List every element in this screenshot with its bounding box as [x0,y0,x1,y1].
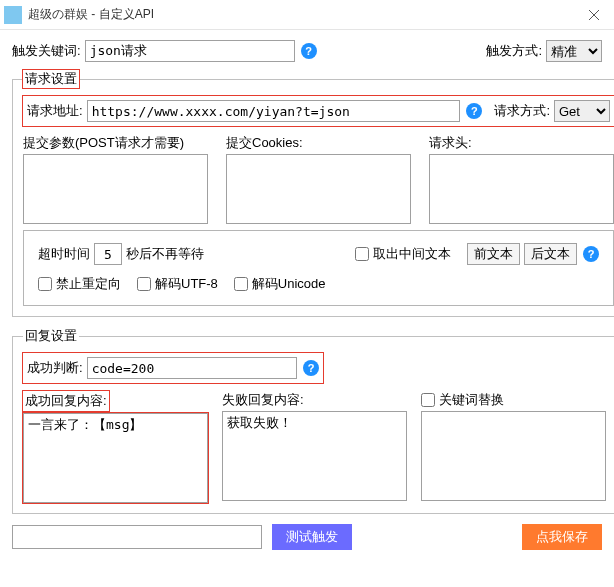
request-method-select[interactable]: Get [554,100,610,122]
request-url-label: 请求地址: [27,102,83,120]
keyword-replace-checkbox[interactable]: 关键词替换 [421,391,590,409]
success-content-label: 成功回复内容: [23,391,109,411]
extract-middle-checkbox[interactable]: 取出中间文本 [355,245,451,263]
request-method-label: 请求方式: [494,102,550,120]
headers-label: 请求头: [429,134,614,152]
close-icon [589,10,599,20]
headers-col: 请求头: [429,134,614,224]
no-redirect-checkbox[interactable]: 禁止重定向 [38,275,121,293]
keyword-replace-col: 关键词替换 [421,391,606,503]
timeout-post-label: 秒后不再等待 [126,245,204,263]
cookies-textarea[interactable] [226,154,411,224]
fail-content-textarea[interactable]: 获取失败！ [222,411,407,501]
reply-content-row: 成功回复内容: 一言来了：【msg】 失败回复内容: 获取失败！ 关键词替换 [23,391,606,503]
decode-unicode-checkbox[interactable]: 解码Unicode [234,275,326,293]
keyword-replace-label: 关键词替换 [439,391,504,409]
success-check-label: 成功判断: [27,359,83,377]
keyword-replace-textarea[interactable] [421,411,606,501]
decode-utf8-checkbox[interactable]: 解码UTF-8 [137,275,218,293]
window-title: 超级の群娱 - 自定义API [28,6,154,23]
decode-row: 禁止重定向 解码UTF-8 解码Unicode [38,275,599,293]
fail-content-label: 失败回复内容: [222,391,407,409]
back-text-button[interactable]: 后文本 [524,243,577,265]
decode-unicode-label: 解码Unicode [252,275,326,293]
timeout-pre-label: 超时时间 [38,245,90,263]
no-redirect-input[interactable] [38,277,52,291]
test-input[interactable] [12,525,262,549]
success-content-textarea[interactable]: 一言来了：【msg】 [23,413,208,503]
test-trigger-button[interactable]: 测试触发 [272,524,352,550]
request-url-input[interactable] [87,100,461,122]
request-body-row: 提交参数(POST请求才需要) 提交Cookies: 请求头: [23,134,614,224]
front-text-button[interactable]: 前文本 [467,243,520,265]
no-redirect-label: 禁止重定向 [56,275,121,293]
cookies-col: 提交Cookies: [226,134,411,224]
success-content-col: 成功回复内容: 一言来了：【msg】 [23,391,208,503]
decode-unicode-input[interactable] [234,277,248,291]
request-group: 请求设置 请求地址: ? 请求方式: Get 提交参数(POST请求才需要) 提… [12,70,614,317]
trigger-mode-label: 触发方式: [486,42,542,60]
titlebar: 超级の群娱 - 自定义API [0,0,614,30]
timeout-input[interactable] [94,243,122,265]
decode-utf8-label: 解码UTF-8 [155,275,218,293]
decode-utf8-input[interactable] [137,277,151,291]
success-check-row: 成功判断: ? [23,353,323,383]
fail-content-col: 失败回复内容: 获取失败！ [222,391,407,503]
request-options-box: 超时时间 秒后不再等待 取出中间文本 前文本 后文本 ? 禁止重定向 [23,230,614,306]
extract-middle-label: 取出中间文本 [373,245,451,263]
reply-group: 回复设置 成功判断: ? 成功回复内容: 一言来了：【msg】 失败回复内容: … [12,327,614,514]
help-icon[interactable]: ? [303,360,319,376]
save-button[interactable]: 点我保存 [522,524,602,550]
app-icon [4,6,22,24]
extract-middle-input[interactable] [355,247,369,261]
post-params-label: 提交参数(POST请求才需要) [23,134,208,152]
timeout-row: 超时时间 秒后不再等待 取出中间文本 前文本 后文本 ? [38,243,599,265]
post-params-col: 提交参数(POST请求才需要) [23,134,208,224]
trigger-keyword-label: 触发关键词: [12,42,81,60]
request-group-title: 请求设置 [23,70,79,88]
trigger-mode-select[interactable]: 精准 [546,40,602,62]
close-button[interactable] [574,0,614,30]
success-check-input[interactable] [87,357,297,379]
content-area: 触发关键词: ? 触发方式: 精准 请求设置 请求地址: ? 请求方式: Get… [0,30,614,562]
trigger-keyword-input[interactable] [85,40,295,62]
cookies-label: 提交Cookies: [226,134,411,152]
bottom-bar: 测试触发 点我保存 [12,524,602,550]
keyword-replace-input[interactable] [421,393,435,407]
request-url-row: 请求地址: ? 请求方式: Get [23,96,614,126]
trigger-row: 触发关键词: ? 触发方式: 精准 [12,40,602,62]
help-icon[interactable]: ? [583,246,599,262]
help-icon[interactable]: ? [466,103,482,119]
reply-group-title: 回复设置 [23,327,79,345]
headers-textarea[interactable] [429,154,614,224]
post-params-textarea[interactable] [23,154,208,224]
help-icon[interactable]: ? [301,43,317,59]
